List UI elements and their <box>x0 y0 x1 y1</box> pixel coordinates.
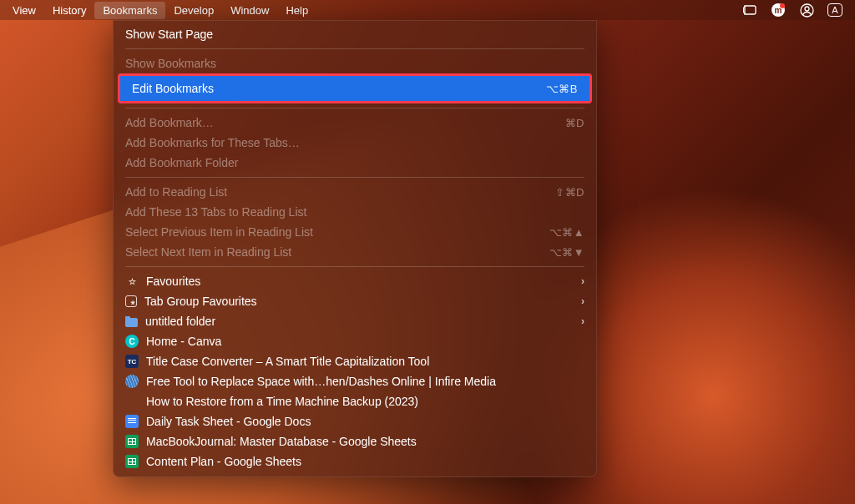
bookmark-label: Content Plan - Google Sheets <box>146 455 584 468</box>
bookmark-canva[interactable]: C Home - Canva <box>114 331 596 351</box>
bookmark-content-plan[interactable]: Content Plan - Google Sheets <box>114 451 596 471</box>
menu-item-label: Edit Bookmarks <box>132 82 546 95</box>
menu-divider <box>125 266 584 267</box>
bookmarks-dropdown: Show Start Page Show Bookmarks Edit Book… <box>113 20 597 477</box>
bookmark-label: Title Case Converter – A Smart Title Cap… <box>146 355 584 368</box>
menu-item-label: Show Start Page <box>125 28 584 41</box>
menu-item-label: Show Bookmarks <box>125 57 584 70</box>
bookmark-label: Home - Canva <box>146 335 584 348</box>
menubar: View History Bookmarks Develop Window He… <box>0 0 855 20</box>
menu-item-label: Add to Reading List <box>125 185 555 199</box>
menu-item-label: Add These 13 Tabs to Reading List <box>125 205 584 219</box>
menu-item-label: Add Bookmarks for These Tabs… <box>125 136 584 149</box>
titlecase-favicon: TC <box>125 355 139 368</box>
menu-select-next-reading[interactable]: Select Next Item in Reading List ⌥⌘▼ <box>114 242 596 262</box>
menu-add-bookmark[interactable]: Add Bookmark… ⌘D <box>114 113 596 133</box>
menu-shortcut: ⌥⌘▲ <box>549 226 584 239</box>
menu-help[interactable]: Help <box>277 2 316 19</box>
svg-point-2 <box>780 3 785 8</box>
menu-edit-bookmarks[interactable]: Edit Bookmarks ⌥⌘B <box>120 76 589 101</box>
menu-show-start-page[interactable]: Show Start Page <box>114 24 596 44</box>
menu-shortcut: ⌥⌘▼ <box>549 246 584 259</box>
menu-select-prev-reading[interactable]: Select Previous Item in Reading List ⌥⌘▲ <box>114 222 596 242</box>
user-account-icon[interactable] <box>799 3 814 18</box>
google-docs-favicon <box>125 415 139 428</box>
menu-view[interactable]: View <box>4 2 44 19</box>
bookmark-title-case[interactable]: TC Title Case Converter – A Smart Title … <box>114 351 596 371</box>
menu-item-label: Select Next Item in Reading List <box>125 245 549 259</box>
tab-group-icon <box>125 295 137 307</box>
annotation-highlight: Edit Bookmarks ⌥⌘B <box>118 73 592 103</box>
menu-develop[interactable]: Develop <box>165 2 222 19</box>
bookmark-label: Favourites <box>146 275 569 288</box>
menu-item-label: Add Bookmark Folder <box>125 156 584 169</box>
apple-favicon <box>125 395 139 408</box>
star-icon: ☆ <box>125 275 139 288</box>
menu-divider <box>125 108 584 108</box>
bookmark-label: Free Tool to Replace Space with…hen/Dash… <box>146 375 584 388</box>
bookmark-tab-group-favourites[interactable]: Tab Group Favourites › <box>114 291 596 311</box>
menu-add-bookmark-folder[interactable]: Add Bookmark Folder <box>114 153 596 173</box>
menu-shortcut: ⌘D <box>565 117 584 129</box>
google-sheets-favicon <box>125 435 139 448</box>
bookmark-label: Tab Group Favourites <box>144 295 569 308</box>
menu-history[interactable]: History <box>44 2 94 19</box>
keyboard-input-icon[interactable]: A <box>827 3 842 17</box>
menu-show-bookmarks[interactable]: Show Bookmarks <box>114 53 596 73</box>
menu-shortcut: ⇧⌘D <box>555 186 584 199</box>
bookmark-label: MacBookJournal: Master Database - Google… <box>146 435 584 448</box>
app-notification-icon[interactable]: m <box>771 3 786 18</box>
bookmark-time-machine[interactable]: How to Restore from a Time Machine Backu… <box>114 391 596 411</box>
folder-icon <box>125 318 138 327</box>
bookmark-untitled-folder[interactable]: untitled folder › <box>114 311 596 331</box>
menu-divider <box>125 177 584 178</box>
menu-add-tabs-reading-list[interactable]: Add These 13 Tabs to Reading List <box>114 202 596 222</box>
menu-bookmarks[interactable]: Bookmarks <box>94 2 165 19</box>
globe-favicon <box>125 375 139 388</box>
menu-item-label: Select Previous Item in Reading List <box>125 225 549 239</box>
menu-window[interactable]: Window <box>222 2 277 19</box>
bookmark-label: Daily Task Sheet - Google Docs <box>146 415 584 428</box>
svg-point-4 <box>805 7 809 11</box>
chevron-right-icon: › <box>576 295 584 307</box>
menu-add-bookmarks-tabs[interactable]: Add Bookmarks for These Tabs… <box>114 133 596 153</box>
screenshot-icon[interactable] <box>742 3 757 18</box>
bookmark-macbookjournal[interactable]: MacBookJournal: Master Database - Google… <box>114 431 596 451</box>
menu-add-reading-list[interactable]: Add to Reading List ⇧⌘D <box>114 182 596 202</box>
chevron-right-icon: › <box>576 315 584 327</box>
bookmark-label: How to Restore from a Time Machine Backu… <box>146 395 584 408</box>
menu-shortcut: ⌥⌘B <box>546 83 578 95</box>
menu-item-label: Add Bookmark… <box>125 116 565 129</box>
bookmark-label: untitled folder <box>145 315 569 328</box>
canva-favicon: C <box>125 335 139 348</box>
google-sheets-favicon <box>125 455 139 468</box>
bookmark-favourites[interactable]: ☆ Favourites › <box>114 271 596 291</box>
bookmark-daily-task[interactable]: Daily Task Sheet - Google Docs <box>114 411 596 431</box>
bookmark-infire[interactable]: Free Tool to Replace Space with…hen/Dash… <box>114 371 596 391</box>
menu-divider <box>125 48 584 49</box>
chevron-right-icon: › <box>576 275 584 287</box>
